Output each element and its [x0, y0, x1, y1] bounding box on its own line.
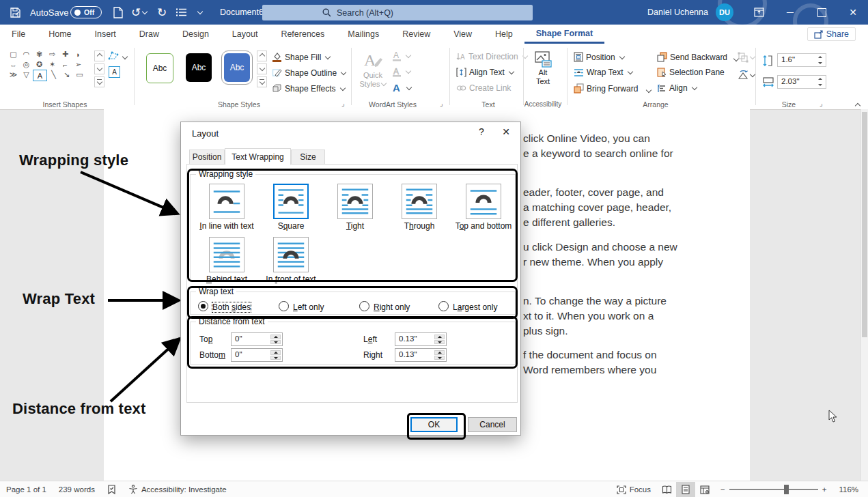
shape-icon[interactable]: ≫ [7, 70, 20, 80]
shape-icon[interactable]: ✶ [46, 59, 59, 70]
tab-layout[interactable]: Layout [221, 25, 270, 44]
quick-styles-button[interactable]: A Quick Styles [358, 49, 388, 89]
style-more-icon[interactable] [257, 76, 267, 87]
shape-fill-button[interactable]: Shape Fill [272, 52, 330, 62]
maximize-button[interactable] [810, 0, 833, 25]
gallery-scroll-down-icon[interactable] [94, 63, 104, 74]
dialog-help-button[interactable]: ? [473, 126, 490, 137]
proofing-icon[interactable] [101, 481, 122, 497]
shape-outline-button[interactable]: Shape Outline [272, 68, 346, 78]
edit-shape-button[interactable] [108, 51, 120, 61]
text-direction-button[interactable]: A Text Direction [456, 52, 527, 61]
read-mode-button[interactable] [657, 482, 676, 497]
tab-insert[interactable]: Insert [83, 25, 128, 44]
shape-icon[interactable]: ╲ [47, 70, 60, 80]
bring-forward-button[interactable]: Bring Forward [574, 83, 638, 94]
shape-icon[interactable]: ▽ [20, 70, 33, 80]
group-objects-button[interactable] [738, 52, 755, 63]
tab-review[interactable]: Review [391, 25, 442, 44]
text-outline-button[interactable]: A [392, 66, 410, 77]
dialog-tab-size[interactable]: Size [291, 150, 325, 165]
shape-icon[interactable]: ↘ [60, 70, 73, 80]
bring-forward-chevron-icon[interactable] [645, 86, 651, 96]
style-scroll-down-icon[interactable] [257, 63, 267, 74]
print-layout-button[interactable] [676, 482, 695, 497]
focus-button[interactable]: Focus [611, 481, 657, 497]
alt-text-button[interactable]: Alt Text [527, 51, 559, 86]
height-spinner[interactable] [815, 55, 825, 66]
vertical-scrollbar[interactable] [860, 109, 868, 481]
tab-home[interactable]: Home [37, 25, 83, 44]
word-count[interactable]: 239 words [53, 481, 101, 497]
zoom-out-button[interactable]: − [714, 481, 725, 497]
align-text-button[interactable]: Align Text [456, 68, 514, 77]
send-backward-button[interactable]: Send Backward [657, 52, 727, 62]
create-link-button[interactable]: Create Link [456, 83, 511, 93]
shape-icon[interactable]: ▢ [7, 49, 20, 59]
position-button[interactable]: Position [574, 52, 624, 62]
redo-button[interactable]: ↻ [157, 0, 167, 25]
tab-references[interactable]: References [269, 25, 336, 44]
shape-height-field[interactable]: 1.6" [777, 53, 826, 67]
edit-shape-chevron-icon[interactable] [121, 53, 127, 62]
gallery-more-icon[interactable] [94, 76, 104, 87]
shape-icon[interactable]: ◎ [20, 59, 33, 70]
align-button[interactable]: Align [657, 83, 697, 93]
tab-design[interactable]: Design [171, 25, 221, 44]
zoom-level[interactable]: 116% [832, 481, 868, 497]
autosave-toggle[interactable]: Off [70, 0, 102, 25]
web-layout-button[interactable] [695, 482, 714, 497]
minimize-button[interactable]: ─ [779, 0, 802, 25]
page-indicator[interactable]: Page 1 of 1 [0, 481, 53, 497]
zoom-slider-thumb[interactable] [784, 485, 789, 494]
shape-styles-dialog-launcher[interactable]: ⌟ [341, 100, 345, 107]
undo-chevron-icon[interactable] [142, 9, 148, 14]
style-thumbnail-3-selected[interactable]: Abc [224, 53, 250, 82]
bullet-list-icon[interactable] [176, 0, 186, 25]
shape-icon[interactable]: ⇔ [7, 59, 20, 70]
shape-icon[interactable]: ✾ [33, 49, 46, 59]
selection-pane-button[interactable]: Selection Pane [657, 68, 725, 77]
tab-help[interactable]: Help [484, 25, 524, 44]
rotate-objects-button[interactable] [738, 70, 755, 80]
dialog-tab-text-wrapping[interactable]: Text Wrapping [225, 148, 291, 165]
collapse-ribbon-icon[interactable] [854, 100, 860, 109]
wrap-text-button[interactable]: Wrap Text [574, 68, 632, 77]
customize-qat-icon[interactable] [196, 0, 202, 25]
tab-draw[interactable]: Draw [128, 25, 171, 44]
accessibility-status[interactable]: Accessibility: Investigate [122, 481, 233, 497]
shape-icon[interactable]: ◠ [20, 49, 33, 59]
search-input[interactable]: Search (Alt+Q) [262, 5, 533, 20]
dialog-close-button[interactable]: ✕ [497, 126, 515, 137]
style-thumbnail-1[interactable]: Abc [146, 53, 173, 83]
tab-shape-format[interactable]: Shape Format [524, 25, 604, 44]
shape-icon[interactable]: ▭ [73, 70, 86, 80]
user-name[interactable]: Daniel Uchenna [647, 0, 708, 25]
shape-width-field[interactable]: 2.03" [777, 75, 826, 89]
dialog-tab-position[interactable]: Position [189, 150, 225, 165]
save-icon[interactable] [10, 0, 21, 25]
text-effects-button[interactable]: A [392, 82, 411, 94]
undo-button[interactable]: ↺ [131, 0, 147, 25]
text-fill-button[interactable]: A [392, 51, 410, 61]
avatar[interactable]: DU [716, 0, 733, 25]
shape-icon[interactable]: ✚ [59, 49, 72, 59]
style-scroll-up-icon[interactable] [257, 51, 267, 61]
ribbon-display-options-button[interactable] [747, 0, 770, 25]
size-dialog-launcher[interactable]: ⌟ [820, 100, 823, 107]
style-thumbnail-2[interactable]: Abc [186, 53, 212, 82]
text-box-button[interactable]: A [109, 66, 120, 78]
shape-icon-textbox-selected[interactable]: A [33, 70, 47, 81]
tab-mailings[interactable]: Mailings [336, 25, 391, 44]
shape-effects-button[interactable]: Shape Effects [272, 83, 345, 94]
tab-file[interactable]: File [0, 25, 37, 44]
tab-view[interactable]: View [442, 25, 484, 44]
shape-icon[interactable]: ◗ [72, 49, 85, 59]
cancel-button[interactable]: Cancel [468, 417, 517, 432]
zoom-in-button[interactable]: + [822, 481, 833, 497]
shape-icon[interactable]: ⌐ [59, 59, 72, 70]
gallery-scroll-up-icon[interactable] [94, 51, 104, 61]
shape-icon[interactable]: ➢ [72, 59, 85, 70]
shape-icon[interactable]: ⇨ [46, 49, 59, 59]
scrollbar-thumb[interactable] [862, 112, 867, 337]
